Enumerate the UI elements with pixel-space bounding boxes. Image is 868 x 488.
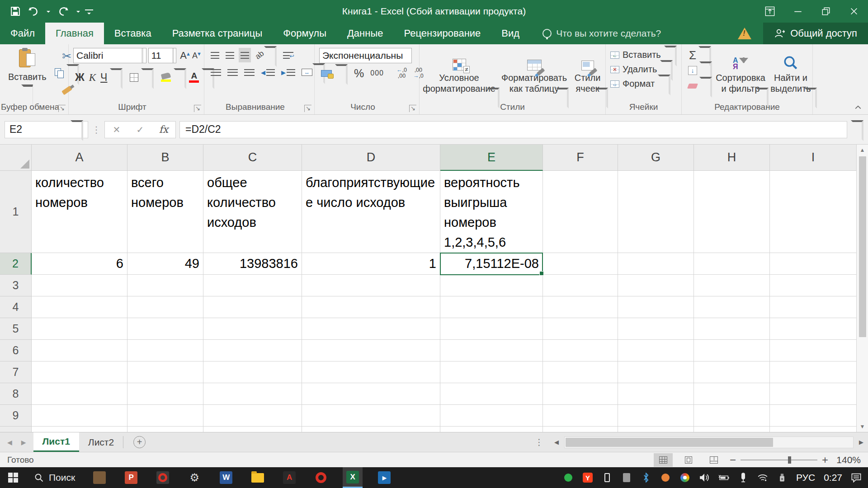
number-dialog-launcher[interactable]: ↘ xyxy=(409,105,416,112)
prev-sheet-button[interactable]: ◀ xyxy=(7,439,12,446)
insert-function-button[interactable]: fx xyxy=(152,124,175,135)
normal-view-button[interactable] xyxy=(654,453,673,467)
row-header-5[interactable]: 5 xyxy=(0,318,32,340)
bluetooth-icon[interactable] xyxy=(641,472,651,483)
format-cells-button[interactable]: ↔ Формат xyxy=(610,77,677,91)
zoom-slider-track[interactable] xyxy=(741,460,817,460)
row-header-3[interactable]: 3 xyxy=(0,275,32,296)
vertical-scrollbar[interactable]: ▲ ▼ xyxy=(856,145,868,432)
cell-D1[interactable]: благоприятствующиее число исходов xyxy=(302,171,440,253)
page-layout-view-button[interactable] xyxy=(679,453,698,467)
next-sheet-button[interactable]: ▶ xyxy=(21,439,26,446)
restore-button[interactable] xyxy=(812,0,840,23)
taskbar-file-explorer[interactable] xyxy=(248,467,268,488)
increase-indent-button[interactable]: ▶ xyxy=(279,65,297,80)
decrease-font-button[interactable]: А▼ xyxy=(190,48,199,63)
empty-cells-i[interactable] xyxy=(770,275,856,432)
zoom-level[interactable]: 140% xyxy=(835,455,861,465)
taskbar-video-app[interactable]: ▸ xyxy=(374,467,394,488)
cell-styles-button[interactable]: Стили ячеек xyxy=(571,48,605,109)
row-header-4[interactable]: 4 xyxy=(0,296,32,318)
format-as-table-button[interactable]: Форматировать как таблицу xyxy=(498,48,571,109)
taskbar-clock[interactable]: 0:27 xyxy=(824,472,842,483)
usb-device-icon[interactable] xyxy=(777,472,788,483)
volume-icon[interactable] xyxy=(699,472,710,483)
tray-orange-app-icon[interactable] xyxy=(660,472,671,483)
empty-cells-g[interactable] xyxy=(618,275,693,432)
zoom-in-button[interactable]: + xyxy=(822,455,828,465)
row-header-8[interactable]: 8 xyxy=(0,383,32,405)
currency-format-button[interactable] xyxy=(319,66,349,80)
borders-dropdown[interactable] xyxy=(141,68,154,89)
tab-view[interactable]: Вид xyxy=(491,23,530,44)
tray-device-icon[interactable] xyxy=(621,472,632,483)
empty-cells-d[interactable] xyxy=(302,275,440,432)
clipboard-dialog-launcher[interactable]: ↘ xyxy=(58,105,66,112)
number-format-combo[interactable]: Экспоненциальны xyxy=(319,48,412,63)
horizontal-scrollbar[interactable] xyxy=(564,436,854,448)
page-break-view-button[interactable] xyxy=(704,453,723,467)
activation-warning-button[interactable] xyxy=(738,23,763,44)
sheet-tab-list1[interactable]: Лист1 xyxy=(33,432,79,452)
vertical-scroll-thumb[interactable] xyxy=(859,156,866,337)
name-box[interactable]: E2 xyxy=(5,121,88,138)
cell-A2[interactable]: 6 xyxy=(32,253,127,275)
hscroll-left-button[interactable]: ◀ xyxy=(550,439,563,446)
redo-button[interactable] xyxy=(55,4,71,19)
wifi-icon[interactable] xyxy=(757,472,768,483)
taskbar-acrobat[interactable]: A xyxy=(279,467,299,488)
fill-color-button[interactable] xyxy=(159,70,173,85)
action-center-icon[interactable] xyxy=(851,472,862,483)
decrease-indent-button[interactable]: ◀ xyxy=(259,65,277,80)
tab-formulas[interactable]: Формулы xyxy=(273,23,337,44)
horizontal-scroll-thumb[interactable] xyxy=(566,438,773,447)
tray-chrome-icon[interactable] xyxy=(679,472,690,483)
underline-button[interactable]: Ч xyxy=(99,70,109,85)
undo-button[interactable] xyxy=(25,4,42,19)
language-indicator[interactable]: РУС xyxy=(796,472,815,483)
column-header-c[interactable]: C xyxy=(203,145,302,171)
column-header-e[interactable]: E xyxy=(440,145,543,171)
battery-icon[interactable] xyxy=(718,472,729,483)
empty-cells-b[interactable] xyxy=(127,275,203,432)
undo-dropdown[interactable] xyxy=(44,4,52,19)
tab-review[interactable]: Рецензирование xyxy=(393,23,491,44)
column-header-g[interactable]: G xyxy=(618,145,694,171)
tab-data[interactable]: Данные xyxy=(337,23,393,44)
empty-cells-a[interactable] xyxy=(32,275,127,432)
zoom-out-button[interactable]: − xyxy=(730,455,736,465)
column-header-a[interactable]: A xyxy=(32,145,127,171)
start-button[interactable] xyxy=(0,467,26,488)
taskbar-powerpoint[interactable]: P xyxy=(121,467,141,488)
font-size-combo[interactable]: 11 xyxy=(148,48,177,63)
row-header-7[interactable]: 7 xyxy=(0,361,32,383)
empty-cells-f[interactable] xyxy=(543,275,618,432)
cell-B1[interactable]: всего номеров xyxy=(127,171,203,253)
cancel-button[interactable]: ✕ xyxy=(105,124,128,135)
sheet-tab-list2[interactable]: Лист2 xyxy=(79,432,123,452)
tab-page-layout[interactable]: Разметка страницы xyxy=(162,23,273,44)
tab-bar-splitter[interactable]: ⋮ xyxy=(528,437,550,447)
row-header-1[interactable]: 1 xyxy=(0,171,32,253)
taskbar-browser[interactable] xyxy=(311,467,331,488)
paste-button[interactable]: Вставить xyxy=(5,48,50,107)
minimize-button[interactable] xyxy=(784,0,812,23)
clear-button[interactable] xyxy=(686,79,714,93)
share-button[interactable]: Общий доступ xyxy=(763,23,868,44)
row-header-6[interactable]: 6 xyxy=(0,340,32,361)
bold-button[interactable]: Ж xyxy=(73,70,86,85)
scroll-up-button[interactable]: ▲ xyxy=(857,145,868,155)
column-header-d[interactable]: D xyxy=(302,145,440,171)
tray-phone-icon[interactable] xyxy=(602,472,613,483)
tab-insert[interactable]: Вставка xyxy=(104,23,162,44)
alignment-dialog-launcher[interactable]: ↘ xyxy=(304,105,311,112)
sort-filter-button[interactable]: АЯ Сортировка и фильтр xyxy=(714,48,767,109)
qat-customize-button[interactable] xyxy=(85,9,93,16)
expand-formula-bar-button[interactable] xyxy=(851,120,863,141)
formula-input[interactable]: =D2/C2 xyxy=(179,121,847,138)
underline-dropdown[interactable] xyxy=(110,68,123,89)
empty-cells-e[interactable] xyxy=(440,275,542,432)
empty-cells-h[interactable] xyxy=(694,275,769,432)
taskbar-game-shortcut[interactable] xyxy=(90,467,109,488)
collapse-ribbon-button[interactable] xyxy=(854,103,862,112)
